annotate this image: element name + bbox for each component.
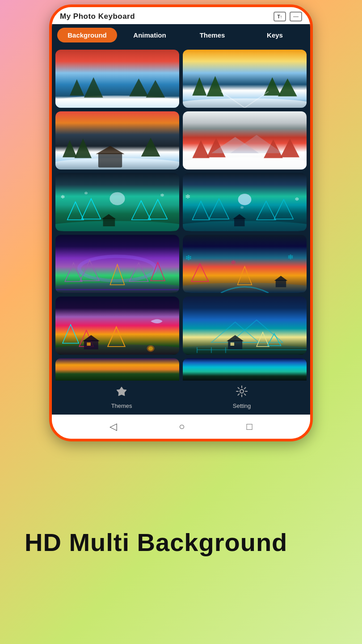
partial-grid-row (52, 358, 310, 381)
svg-marker-4 (146, 80, 165, 97)
grid-item-partial[interactable] (183, 358, 307, 381)
grid-item[interactable] (55, 297, 179, 355)
svg-marker-6 (192, 77, 206, 96)
tab-themes[interactable]: Themes (182, 28, 242, 42)
bottom-navigation: Themes Setting (52, 381, 310, 415)
svg-marker-39 (209, 199, 229, 219)
svg-marker-76 (227, 335, 244, 341)
grid-item-partial[interactable] (55, 358, 179, 381)
svg-marker-43 (233, 214, 246, 219)
settings-icon (236, 385, 248, 401)
grid-item[interactable] (55, 111, 179, 169)
svg-marker-69 (83, 335, 100, 341)
recents-button[interactable]: □ (247, 421, 253, 432)
android-nav-bar: ◁ ○ □ (52, 415, 310, 439)
grid-item[interactable]: ❄ ❄ ❄ (183, 173, 307, 231)
svg-marker-66 (108, 327, 125, 347)
svg-point-85 (240, 390, 244, 393)
grid-item[interactable] (183, 50, 307, 108)
background-grid: ❄ ❄ ❄ ❄ ❄ ❄ (52, 46, 310, 358)
svg-marker-41 (274, 199, 294, 219)
svg-text:❄: ❄ (231, 259, 236, 266)
svg-marker-9 (278, 78, 297, 96)
svg-point-26 (109, 192, 125, 205)
svg-rect-61 (276, 280, 286, 287)
minimize-icon[interactable]: — (290, 12, 302, 21)
svg-rect-68 (87, 343, 91, 346)
tab-bar: Background Animation Themes Keys (52, 24, 310, 46)
svg-marker-29 (131, 201, 151, 220)
svg-marker-16 (75, 139, 92, 158)
phone-shell: My Photo Keyboard T↑ — Background Animat… (49, 4, 313, 441)
svg-marker-59 (238, 267, 252, 285)
nav-themes[interactable]: Themes (111, 385, 132, 409)
svg-text:❄: ❄ (185, 193, 191, 200)
svg-marker-27 (67, 202, 84, 220)
tab-animation[interactable]: Animation (120, 28, 180, 42)
svg-marker-60 (191, 263, 208, 281)
nav-setting[interactable]: Setting (233, 385, 251, 409)
svg-point-5 (183, 98, 307, 108)
grid-item[interactable]: ❄ ❄ ❄ (55, 173, 179, 231)
svg-rect-31 (103, 218, 115, 226)
svg-marker-30 (148, 199, 168, 219)
home-button[interactable]: ○ (179, 421, 185, 432)
svg-point-18 (183, 157, 307, 169)
svg-marker-84 (117, 387, 126, 396)
footer-area: HD Multi Background (0, 441, 362, 644)
setting-nav-label: Setting (233, 402, 251, 409)
footer-heading: HD Multi Background (25, 528, 287, 557)
themes-nav-label: Themes (111, 402, 132, 409)
svg-text:❄: ❄ (84, 191, 88, 195)
svg-marker-1 (70, 79, 84, 95)
svg-marker-17 (141, 138, 160, 157)
svg-rect-75 (228, 340, 242, 349)
grid-item[interactable]: ❄ ❄ ❄ (183, 235, 307, 293)
svg-text:❄: ❄ (240, 205, 244, 210)
svg-text:❄: ❄ (60, 194, 65, 200)
svg-point-63 (55, 344, 179, 355)
svg-point-37 (238, 194, 252, 205)
grid-item[interactable] (55, 235, 179, 293)
svg-marker-28 (82, 199, 101, 219)
grid-item[interactable] (55, 50, 179, 108)
svg-marker-22 (280, 139, 299, 157)
svg-text:❄: ❄ (185, 254, 192, 262)
svg-marker-64 (63, 325, 79, 343)
svg-marker-38 (192, 201, 209, 220)
themes-icon (115, 385, 128, 401)
svg-rect-67 (84, 340, 98, 349)
svg-point-47 (55, 283, 179, 293)
svg-marker-62 (274, 276, 288, 281)
svg-marker-3 (129, 78, 148, 96)
svg-point-25 (55, 221, 179, 231)
app-title: My Photo Keyboard (60, 12, 135, 21)
svg-text:❄: ❄ (295, 196, 299, 202)
svg-marker-7 (206, 76, 223, 96)
top-bar-icons: T↑ — (274, 12, 302, 21)
svg-point-71 (148, 347, 153, 351)
tab-keys[interactable]: Keys (245, 28, 305, 42)
svg-marker-32 (101, 214, 116, 219)
svg-marker-40 (257, 201, 276, 220)
svg-point-55 (183, 283, 307, 293)
svg-marker-14 (96, 146, 125, 154)
svg-point-48 (79, 256, 155, 281)
svg-rect-77 (231, 343, 235, 346)
svg-text:❄: ❄ (287, 254, 294, 261)
svg-rect-13 (98, 153, 122, 168)
top-bar: My Photo Keyboard T↑ — (52, 7, 310, 24)
back-button[interactable]: ◁ (109, 421, 117, 432)
svg-marker-15 (63, 140, 77, 157)
font-icon[interactable]: T↑ (274, 12, 286, 21)
grid-item[interactable] (183, 111, 307, 169)
svg-marker-2 (84, 77, 103, 98)
svg-marker-78 (257, 332, 269, 347)
grid-item[interactable] (183, 297, 307, 355)
svg-marker-19 (192, 140, 209, 158)
svg-rect-42 (234, 218, 244, 226)
tab-background[interactable]: Background (57, 28, 117, 42)
svg-text:❄: ❄ (160, 192, 164, 197)
